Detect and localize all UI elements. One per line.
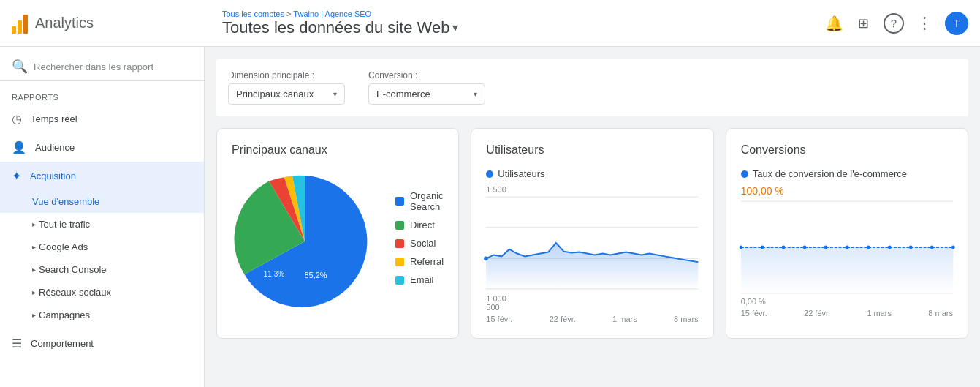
conversions-card: Conversions Taux de conversion de l'e-co… — [726, 128, 968, 339]
legend-dot-referral — [395, 258, 404, 266]
breadcrumb-area: Tous les comptes > Twaino | Agence SEO T… — [216, 10, 825, 37]
sidebar-item-label: Audience — [35, 142, 75, 153]
clock-icon: ◷ — [12, 112, 22, 126]
conversion-filter: Conversion : E-commerce ▾ — [368, 70, 485, 105]
conv-point — [824, 246, 827, 249]
sidebar-subitem-campagnes[interactable]: ▸ Campagnes — [0, 304, 204, 326]
breadcrumb: Tous les comptes > Twaino | Agence SEO — [222, 10, 825, 18]
more-icon[interactable]: ⋮ — [916, 15, 933, 32]
conv-point — [887, 246, 891, 249]
conversions-card-title: Conversions — [741, 143, 953, 157]
legend-item-email: Email — [395, 274, 444, 285]
breadcrumb-link-property[interactable]: Twaino | Agence SEO — [293, 10, 371, 18]
sidebar: 🔍 RAPPORTS ◷ Temps réel 👤 Audience ✦ Acq… — [0, 47, 205, 387]
page-title: Toutes les données du site Web ▾ — [222, 18, 825, 37]
header-actions: 🔔 ⊞ ? ⋮ T — [825, 12, 968, 35]
logo-area: Analytics — [12, 13, 216, 34]
x-label-3: 1 mars — [612, 315, 637, 323]
cx-label-3: 1 mars — [867, 309, 892, 318]
legend-item-organic: Organic Search — [395, 190, 444, 212]
breadcrumb-link-accounts[interactable]: Tous les comptes — [222, 10, 284, 18]
sidebar-item-label: Temps réel — [31, 113, 77, 124]
dropdown-arrow-icon: ▾ — [333, 90, 337, 98]
person-icon: 👤 — [12, 140, 26, 154]
chevron-right-icon: ▸ — [32, 311, 36, 319]
users-x-labels: 15 févr. 22 févr. 1 mars 8 mars — [486, 315, 698, 323]
sidebar-item-acquisition[interactable]: ✦ Acquisition — [0, 162, 204, 190]
search-input[interactable] — [34, 61, 192, 72]
sidebar-subitem-google-ads[interactable]: ▸ Google Ads — [0, 236, 204, 258]
avatar[interactable]: T — [945, 12, 968, 35]
dimension-filter: Dimension principale : Principaux canaux… — [228, 70, 345, 105]
pie-legend: Organic Search Direct Social Referr — [395, 190, 444, 293]
conv-point — [908, 246, 912, 249]
x-label-4: 8 mars — [674, 315, 699, 323]
legend-dot-email — [395, 276, 404, 285]
chart-point — [484, 256, 488, 260]
grid-icon[interactable]: ⊞ — [854, 15, 872, 32]
sidebar-subitem-reseaux-sociaux[interactable]: ▸ Réseaux sociaux — [0, 281, 204, 304]
sidebar-item-label: Acquisition — [30, 170, 76, 181]
x-label-2: 22 févr. — [550, 315, 576, 323]
sidebar-item-comportement[interactable]: ☰ Comportement — [0, 329, 204, 358]
behavior-icon: ☰ — [12, 337, 22, 350]
pie-card-title: Principaux canaux — [232, 143, 444, 157]
cx-label-4: 8 mars — [928, 309, 953, 318]
conv-point — [866, 246, 870, 249]
layout: 🔍 RAPPORTS ◷ Temps réel 👤 Audience ✦ Acq… — [0, 47, 980, 387]
legend-item-referral: Referral — [395, 256, 444, 267]
sidebar-item-label: Comportement — [31, 338, 94, 349]
users-line-chart — [486, 195, 698, 290]
users-metric-label: Utilisateurs — [486, 168, 698, 179]
users-metric-dot — [486, 170, 493, 178]
help-icon[interactable]: ? — [884, 13, 904, 34]
top-header: Analytics Tous les comptes > Twaino | Ag… — [0, 0, 980, 47]
conv-point — [781, 246, 785, 249]
main-content: Dimension principale : Principaux canaux… — [205, 47, 980, 387]
sidebar-item-audience[interactable]: 👤 Audience — [0, 133, 204, 162]
search-icon: 🔍 — [12, 59, 28, 75]
conversion-select[interactable]: E-commerce ▾ — [368, 83, 485, 105]
legend-item-social: Social — [395, 238, 444, 249]
conversion-bottom-value: 0,00 % — [741, 297, 953, 306]
conv-point — [930, 246, 934, 249]
chevron-right-icon: ▸ — [32, 220, 36, 228]
dimension-select[interactable]: Principaux canaux ▾ — [228, 83, 345, 105]
conversions-line-chart — [741, 200, 953, 295]
conv-area — [741, 247, 953, 293]
sidebar-item-temps-reel[interactable]: ◷ Temps réel — [0, 105, 204, 133]
conv-point — [760, 246, 764, 249]
filter-bar: Dimension principale : Principaux canaux… — [216, 59, 968, 116]
pie-chart-card: Principaux canaux — [216, 128, 459, 339]
pie-chart-area: 85,2% 11,3% Organic Search Direct — [232, 168, 444, 315]
chevron-right-icon: ▸ — [32, 288, 36, 296]
dimension-label: Dimension principale : — [228, 70, 345, 80]
title-dropdown-icon[interactable]: ▾ — [452, 20, 458, 34]
conv-point — [951, 246, 955, 249]
chevron-right-icon: ▸ — [32, 243, 36, 251]
conversions-x-labels: 15 févr. 22 févr. 1 mars 8 mars — [741, 309, 953, 318]
app-name: Analytics — [35, 15, 94, 31]
conv-point — [739, 246, 742, 249]
logo-icon — [12, 13, 28, 34]
cx-label-2: 22 févr. — [804, 309, 830, 318]
sidebar-subitem-search-console[interactable]: ▸ Search Console — [0, 258, 204, 281]
chevron-right-icon: ▸ — [32, 266, 36, 274]
y-label-1000: 1 000 — [486, 294, 698, 303]
conversion-top-value: 100,00 % — [741, 185, 953, 197]
acquisition-icon: ✦ — [12, 169, 21, 183]
conversions-metric-label: Taux de conversion de l'e-commerce — [741, 168, 953, 179]
dropdown-arrow-icon: ▾ — [474, 90, 477, 98]
pie-label-organic: 85,2% — [304, 271, 327, 279]
sidebar-subitem-vue-ensemble[interactable]: Vue d'ensemble — [0, 190, 204, 213]
legend-item-direct: Direct — [395, 219, 444, 230]
users-card: Utilisateurs Utilisateurs 1 500 — [471, 128, 713, 339]
y-label-1500: 1 500 — [486, 185, 698, 194]
sidebar-subitem-tout-trafic[interactable]: ▸ Tout le trafic — [0, 213, 204, 236]
conversions-metric-dot — [741, 170, 748, 178]
pie-label-direct: 11,3% — [264, 270, 284, 278]
users-chart-wrapper: 1 500 — [486, 185, 698, 312]
bell-icon[interactable]: 🔔 — [825, 15, 843, 32]
legend-dot-organic — [395, 197, 404, 206]
users-card-title: Utilisateurs — [486, 143, 698, 157]
